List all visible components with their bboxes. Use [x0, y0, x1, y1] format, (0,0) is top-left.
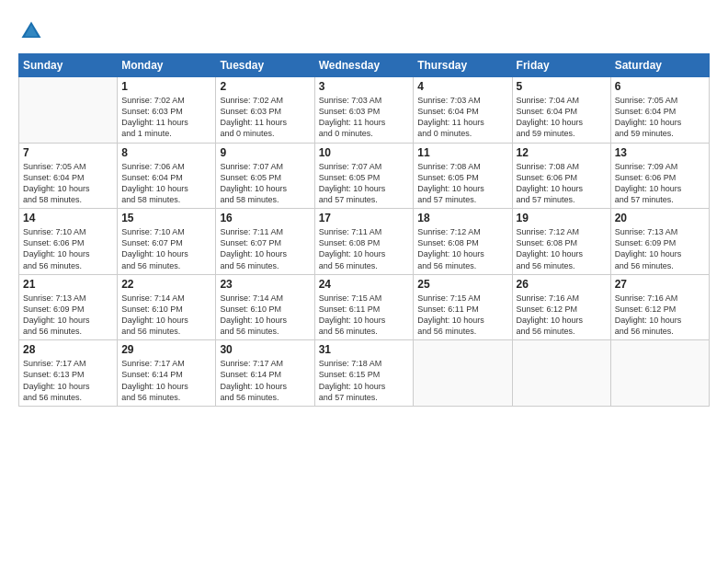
- day-info: Sunrise: 7:05 AM Sunset: 6:04 PM Dayligh…: [23, 161, 113, 206]
- day-info: Sunrise: 7:13 AM Sunset: 6:09 PM Dayligh…: [615, 226, 705, 271]
- day-info: Sunrise: 7:02 AM Sunset: 6:03 PM Dayligh…: [121, 95, 211, 140]
- day-cell: 27Sunrise: 7:16 AM Sunset: 6:12 PM Dayli…: [610, 274, 709, 340]
- day-info: Sunrise: 7:17 AM Sunset: 6:14 PM Dayligh…: [220, 358, 310, 403]
- day-number: 16: [220, 212, 310, 224]
- day-number: 24: [319, 278, 410, 291]
- day-cell: 26Sunrise: 7:16 AM Sunset: 6:12 PM Dayli…: [512, 274, 610, 340]
- day-info: Sunrise: 7:10 AM Sunset: 6:06 PM Dayligh…: [23, 226, 113, 271]
- weekday-header-tuesday: Tuesday: [216, 54, 314, 77]
- week-row-4: 21Sunrise: 7:13 AM Sunset: 6:09 PM Dayli…: [19, 274, 710, 340]
- day-number: 18: [417, 212, 507, 224]
- day-number: 2: [220, 80, 310, 93]
- day-number: 12: [517, 146, 607, 159]
- day-cell: 6Sunrise: 7:05 AM Sunset: 6:04 PM Daylig…: [610, 77, 709, 144]
- day-number: 13: [615, 146, 705, 159]
- day-cell: 25Sunrise: 7:15 AM Sunset: 6:11 PM Dayli…: [414, 274, 512, 340]
- week-row-2: 7Sunrise: 7:05 AM Sunset: 6:04 PM Daylig…: [19, 143, 710, 209]
- day-info: Sunrise: 7:11 AM Sunset: 6:08 PM Dayligh…: [319, 226, 410, 271]
- day-number: 29: [121, 343, 211, 356]
- weekday-header-saturday: Saturday: [610, 54, 709, 77]
- day-cell: 11Sunrise: 7:08 AM Sunset: 6:05 PM Dayli…: [414, 143, 512, 209]
- day-number: 1: [121, 80, 211, 93]
- day-cell: 7Sunrise: 7:05 AM Sunset: 6:04 PM Daylig…: [19, 143, 118, 209]
- day-number: 23: [220, 278, 310, 291]
- day-cell: 1Sunrise: 7:02 AM Sunset: 6:03 PM Daylig…: [118, 77, 216, 144]
- day-info: Sunrise: 7:03 AM Sunset: 6:03 PM Dayligh…: [319, 95, 410, 140]
- day-info: Sunrise: 7:03 AM Sunset: 6:04 PM Dayligh…: [417, 95, 507, 140]
- day-cell: [512, 340, 610, 407]
- day-cell: 12Sunrise: 7:08 AM Sunset: 6:06 PM Dayli…: [512, 143, 610, 209]
- day-info: Sunrise: 7:18 AM Sunset: 6:15 PM Dayligh…: [319, 358, 410, 403]
- page: SundayMondayTuesdayWednesdayThursdayFrid…: [0, 0, 728, 563]
- week-row-1: 1Sunrise: 7:02 AM Sunset: 6:03 PM Daylig…: [19, 77, 710, 144]
- day-number: 30: [220, 343, 310, 356]
- weekday-header-sunday: Sunday: [19, 54, 118, 77]
- day-info: Sunrise: 7:12 AM Sunset: 6:08 PM Dayligh…: [517, 226, 607, 271]
- day-number: 19: [517, 212, 607, 224]
- day-info: Sunrise: 7:05 AM Sunset: 6:04 PM Dayligh…: [615, 95, 705, 140]
- day-cell: 15Sunrise: 7:10 AM Sunset: 6:07 PM Dayli…: [118, 209, 216, 275]
- day-cell: 10Sunrise: 7:07 AM Sunset: 6:05 PM Dayli…: [314, 143, 414, 209]
- day-cell: 8Sunrise: 7:06 AM Sunset: 6:04 PM Daylig…: [118, 143, 216, 209]
- day-number: 21: [23, 278, 113, 291]
- weekday-header-friday: Friday: [512, 54, 610, 77]
- week-row-3: 14Sunrise: 7:10 AM Sunset: 6:06 PM Dayli…: [19, 209, 710, 275]
- day-cell: 16Sunrise: 7:11 AM Sunset: 6:07 PM Dayli…: [216, 209, 314, 275]
- day-number: 9: [220, 146, 310, 159]
- week-row-5: 28Sunrise: 7:17 AM Sunset: 6:13 PM Dayli…: [19, 340, 710, 407]
- weekday-header-thursday: Thursday: [414, 54, 512, 77]
- day-cell: 29Sunrise: 7:17 AM Sunset: 6:14 PM Dayli…: [118, 340, 216, 407]
- day-cell: 2Sunrise: 7:02 AM Sunset: 6:03 PM Daylig…: [216, 77, 314, 144]
- day-info: Sunrise: 7:12 AM Sunset: 6:08 PM Dayligh…: [417, 226, 507, 271]
- day-cell: 30Sunrise: 7:17 AM Sunset: 6:14 PM Dayli…: [216, 340, 314, 407]
- logo: [18, 18, 48, 44]
- day-cell: [19, 77, 118, 144]
- day-info: Sunrise: 7:08 AM Sunset: 6:05 PM Dayligh…: [417, 161, 507, 206]
- day-info: Sunrise: 7:17 AM Sunset: 6:14 PM Dayligh…: [121, 358, 211, 403]
- day-cell: 5Sunrise: 7:04 AM Sunset: 6:04 PM Daylig…: [512, 77, 610, 144]
- day-number: 6: [615, 80, 705, 93]
- weekday-header-row: SundayMondayTuesdayWednesdayThursdayFrid…: [19, 54, 710, 77]
- day-number: 26: [517, 278, 607, 291]
- weekday-header-monday: Monday: [118, 54, 216, 77]
- day-info: Sunrise: 7:06 AM Sunset: 6:04 PM Dayligh…: [121, 161, 211, 206]
- day-info: Sunrise: 7:09 AM Sunset: 6:06 PM Dayligh…: [615, 161, 705, 206]
- day-info: Sunrise: 7:07 AM Sunset: 6:05 PM Dayligh…: [220, 161, 310, 206]
- day-number: 17: [319, 212, 410, 224]
- day-number: 25: [417, 278, 507, 291]
- day-number: 11: [417, 146, 507, 159]
- day-number: 15: [121, 212, 211, 224]
- calendar: SundayMondayTuesdayWednesdayThursdayFrid…: [18, 53, 710, 407]
- day-number: 14: [23, 212, 113, 224]
- day-cell: 3Sunrise: 7:03 AM Sunset: 6:03 PM Daylig…: [314, 77, 414, 144]
- day-cell: 13Sunrise: 7:09 AM Sunset: 6:06 PM Dayli…: [610, 143, 709, 209]
- day-info: Sunrise: 7:16 AM Sunset: 6:12 PM Dayligh…: [517, 293, 607, 338]
- day-cell: 20Sunrise: 7:13 AM Sunset: 6:09 PM Dayli…: [610, 209, 709, 275]
- day-info: Sunrise: 7:15 AM Sunset: 6:11 PM Dayligh…: [417, 293, 507, 338]
- day-number: 7: [23, 146, 113, 159]
- day-number: 27: [615, 278, 705, 291]
- day-cell: 18Sunrise: 7:12 AM Sunset: 6:08 PM Dayli…: [414, 209, 512, 275]
- day-info: Sunrise: 7:11 AM Sunset: 6:07 PM Dayligh…: [220, 226, 310, 271]
- day-number: 8: [121, 146, 211, 159]
- day-cell: 22Sunrise: 7:14 AM Sunset: 6:10 PM Dayli…: [118, 274, 216, 340]
- day-info: Sunrise: 7:14 AM Sunset: 6:10 PM Dayligh…: [121, 293, 211, 338]
- day-number: 22: [121, 278, 211, 291]
- day-number: 31: [319, 343, 410, 356]
- day-info: Sunrise: 7:13 AM Sunset: 6:09 PM Dayligh…: [23, 293, 113, 338]
- day-cell: 17Sunrise: 7:11 AM Sunset: 6:08 PM Dayli…: [314, 209, 414, 275]
- day-cell: 9Sunrise: 7:07 AM Sunset: 6:05 PM Daylig…: [216, 143, 314, 209]
- day-info: Sunrise: 7:15 AM Sunset: 6:11 PM Dayligh…: [319, 293, 410, 338]
- day-cell: 21Sunrise: 7:13 AM Sunset: 6:09 PM Dayli…: [19, 274, 118, 340]
- day-number: 3: [319, 80, 410, 93]
- day-cell: 23Sunrise: 7:14 AM Sunset: 6:10 PM Dayli…: [216, 274, 314, 340]
- day-info: Sunrise: 7:16 AM Sunset: 6:12 PM Dayligh…: [615, 293, 705, 338]
- day-number: 5: [517, 80, 607, 93]
- day-number: 4: [417, 80, 507, 93]
- weekday-header-wednesday: Wednesday: [314, 54, 414, 77]
- day-cell: 4Sunrise: 7:03 AM Sunset: 6:04 PM Daylig…: [414, 77, 512, 144]
- day-cell: [414, 340, 512, 407]
- day-info: Sunrise: 7:02 AM Sunset: 6:03 PM Dayligh…: [220, 95, 310, 140]
- day-info: Sunrise: 7:07 AM Sunset: 6:05 PM Dayligh…: [319, 161, 410, 206]
- day-info: Sunrise: 7:10 AM Sunset: 6:07 PM Dayligh…: [121, 226, 211, 271]
